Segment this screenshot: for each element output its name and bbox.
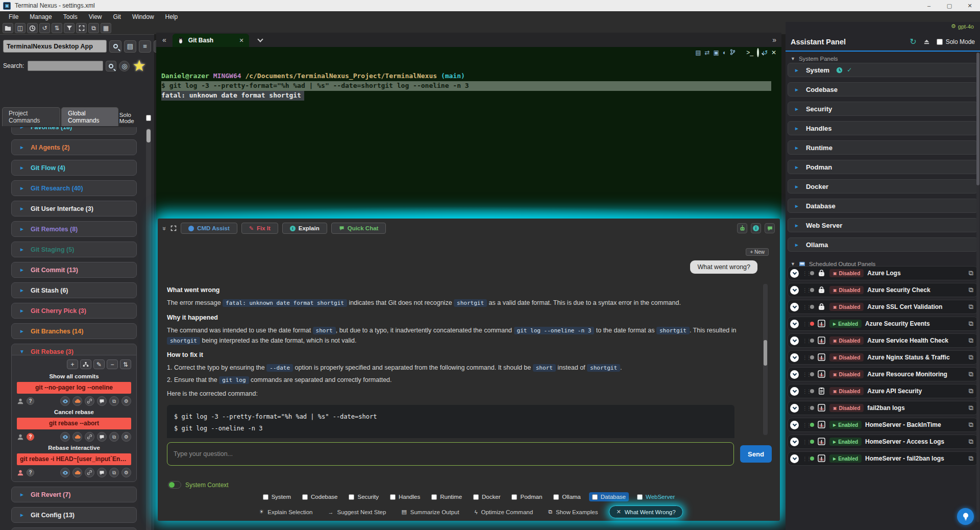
expand-arrow-icon[interactable]: ► <box>794 242 799 248</box>
system-panel-item[interactable]: ► Codebase <box>788 82 978 97</box>
menu-item[interactable]: View <box>84 12 107 21</box>
system-panel-item[interactable]: ► Runtime <box>788 140 978 155</box>
expand-arrow-icon[interactable]: ► <box>794 184 799 189</box>
chevron-circle-icon[interactable] <box>790 404 799 413</box>
collapse-panel-icon[interactable]: » <box>161 226 168 230</box>
device-icon[interactable]: ▦ <box>101 23 111 33</box>
quick-action-button[interactable]: ⧉ Show Examples <box>544 507 602 517</box>
menu-item[interactable]: Help <box>161 12 183 21</box>
menu-item[interactable]: File <box>4 12 23 21</box>
copy-icon[interactable]: ⧉ <box>109 396 119 406</box>
duplicate-icon[interactable]: ⧉ <box>969 336 973 345</box>
category-item[interactable]: ► Git Flow (4) <box>11 160 137 176</box>
command-run-button[interactable]: git --no-pager log --oneline <box>17 382 131 394</box>
duplicate-icon[interactable]: ⧉ <box>969 387 973 395</box>
context-checkbox-item[interactable]: Runtime <box>428 492 465 501</box>
error-line-selected[interactable]: fatal: unknown date format shortgit <box>161 91 304 101</box>
ai-mode-button[interactable]: CMD Assist <box>181 223 237 234</box>
help-icon[interactable]: ? <box>27 397 34 405</box>
panel-scrollbar[interactable] <box>976 53 979 522</box>
scheduled-panel-row[interactable]: ⋮⋮ ▣ Disabled Azure SSL Cert Validation … <box>788 300 978 314</box>
chevron-circle-icon[interactable] <box>790 370 799 379</box>
category-item[interactable]: ► Favorites (18) <box>11 127 137 135</box>
copy-icon[interactable]: ⧉ <box>109 432 119 442</box>
chevron-circle-icon[interactable] <box>790 353 799 362</box>
book-icon[interactable]: ▤ <box>124 40 136 53</box>
category-item[interactable]: ► Git Staging (5) <box>11 242 137 257</box>
cloud-icon[interactable] <box>72 432 82 442</box>
sidebar-scrollbar[interactable] <box>146 128 151 530</box>
split-columns-icon[interactable]: ◫ <box>15 23 26 33</box>
context-checkbox-item[interactable]: WebServer <box>634 492 678 501</box>
context-checkbox-item[interactable]: Ollama <box>550 492 583 501</box>
remove-command-icon[interactable]: − <box>107 359 118 369</box>
clear-terminal-icon[interactable]: ✕ <box>771 49 776 56</box>
eye-icon[interactable] <box>60 432 70 442</box>
favorites-star-icon[interactable]: ★ <box>132 59 146 73</box>
tab-global-commands[interactable]: Global Commands <box>61 107 118 126</box>
scheduled-panel-row[interactable]: ⋮⋮ ▣ Disabled Azure Resource Monitoring … <box>788 367 978 381</box>
expand-arrow-icon[interactable]: ► <box>794 145 799 151</box>
add-command-icon[interactable]: + <box>67 359 78 369</box>
category-item[interactable]: ► Git Cherry Pick (3) <box>11 303 137 319</box>
duplicate-icon[interactable]: ⧉ <box>969 353 973 362</box>
drag-handle[interactable]: ⋮⋮ <box>802 305 806 309</box>
scheduled-panel-row[interactable]: ⋮⋮ ▣ Disabled Azure Service Health Check… <box>788 333 978 348</box>
layout-book-icon[interactable]: ▤ <box>695 49 701 56</box>
chevron-circle-icon[interactable] <box>790 454 799 463</box>
scheduled-panel-row[interactable]: ⋮⋮ ▣ Disabled Azure API Security ⧉ <box>788 384 978 398</box>
expand-arrow-icon[interactable]: ► <box>794 223 799 228</box>
comment-icon[interactable] <box>97 432 107 442</box>
git-branch-icon[interactable] <box>730 49 736 56</box>
sort-commands-icon[interactable]: ⇅ <box>120 359 131 369</box>
expand-arrow-icon[interactable]: ► <box>794 87 799 92</box>
expand-arrow-icon[interactable]: ► <box>19 512 24 518</box>
checkbox[interactable] <box>349 494 354 500</box>
system-panel-item[interactable]: ► Web Server <box>788 218 978 232</box>
context-checkbox-item[interactable]: Handles <box>387 492 423 501</box>
list-icon[interactable]: ≡ <box>139 40 151 53</box>
ai-mode-button[interactable]: ✎ Fix It <box>241 223 278 234</box>
drag-handle[interactable]: ⋮⋮ <box>802 456 806 461</box>
expand-arrow-icon[interactable]: ► <box>794 67 799 73</box>
toggle-pill[interactable] <box>168 481 181 489</box>
menu-item[interactable]: Git <box>109 12 126 21</box>
system-panel-item[interactable]: ► Ollama <box>788 237 978 252</box>
scheduled-panel-row[interactable]: ⋮⋮ ▣ Disabled Azure Logs ⧉ <box>788 266 978 280</box>
app-selector-input[interactable] <box>3 40 107 53</box>
quick-action-button[interactable]: ☀ Explain Selection <box>255 507 316 517</box>
expand-arrow-icon[interactable]: ► <box>19 308 24 314</box>
sidebar-search-input[interactable] <box>28 61 103 71</box>
system-panel-item[interactable]: ► Podman <box>788 160 978 174</box>
comment-icon[interactable] <box>97 468 107 477</box>
drag-handle[interactable]: ⋮⋮ <box>802 271 806 276</box>
gear-icon[interactable]: ⚙ <box>121 432 131 442</box>
expand-arrow-icon[interactable]: ► <box>19 247 24 252</box>
checkbox[interactable] <box>302 494 308 500</box>
category-item[interactable]: ► Git Repository (1) <box>11 527 137 530</box>
question-input[interactable] <box>167 442 734 466</box>
system-panel-item[interactable]: ► Handles <box>788 121 978 135</box>
model-badge[interactable]: ⚙gpt-4o <box>951 23 974 30</box>
link-icon[interactable] <box>85 396 94 406</box>
code-block[interactable]: $ git log -3 --pretty-format="%h %ad | %… <box>167 405 734 438</box>
chevron-circle-icon[interactable] <box>790 438 799 446</box>
system-panels-header[interactable]: ▼ System Panels <box>786 52 843 64</box>
drag-handle[interactable]: ⋮⋮ <box>802 339 806 343</box>
duplicate-icon[interactable]: ⧉ <box>969 454 973 463</box>
expand-arrow-icon[interactable]: ► <box>19 185 24 191</box>
context-checkbox-item[interactable]: Podman <box>508 492 545 501</box>
scrollbar-thumb[interactable] <box>146 129 151 142</box>
sort-icon[interactable]: ⇅ <box>52 23 62 33</box>
category-item[interactable]: ► Git Config (13) <box>11 507 137 523</box>
cloud-icon[interactable] <box>72 468 82 477</box>
scrollbar-thumb[interactable] <box>976 53 979 185</box>
checkbox[interactable] <box>511 494 517 500</box>
eye-icon[interactable] <box>60 396 70 406</box>
expand-arrow-icon[interactable]: ► <box>19 165 24 171</box>
checkbox[interactable] <box>473 494 479 500</box>
expand-arrow-icon[interactable]: ► <box>794 106 799 112</box>
chat-bubble-icon[interactable] <box>765 223 775 233</box>
help-icon[interactable]: ? <box>27 469 34 476</box>
swap-panes-icon[interactable]: ⇄ <box>705 49 710 56</box>
